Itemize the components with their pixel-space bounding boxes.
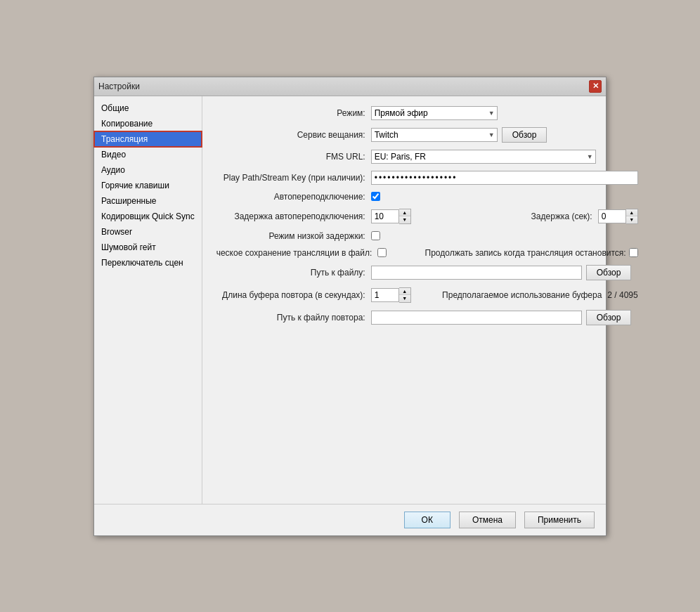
close-button[interactable]: ✕: [589, 80, 602, 93]
delay-buttons: ▲ ▼: [626, 209, 638, 224]
sidebar-item-general[interactable]: Общие: [94, 100, 202, 116]
sidebar-item-advanced[interactable]: Расширенные: [94, 193, 202, 209]
service-select-wrapper: Twitch YouTube Custom: [371, 128, 498, 142]
apply-button[interactable]: Применить: [524, 512, 595, 528]
sidebar-item-hotkeys[interactable]: Горячие клавиши: [94, 178, 202, 193]
save-recording-row: ческое сохранение трансляции в файл: Про…: [216, 248, 638, 258]
sidebar-item-noise-gate[interactable]: Шумовой гейт: [94, 240, 202, 255]
titlebar: Настройки ✕: [94, 77, 606, 96]
buffer-length-down[interactable]: ▼: [399, 295, 410, 302]
mode-select-wrapper: Прямой эфир Запись: [371, 106, 498, 120]
fms-row: FMS URL: EU: Paris, FR EU: Amsterdam US:…: [216, 150, 638, 164]
mode-select[interactable]: Прямой эфир Запись: [371, 106, 498, 120]
service-label: Сервис вещания:: [216, 130, 371, 140]
replay-path-input[interactable]: C:\Users \Videos\Replay-$T.flv: [371, 311, 582, 325]
reconnect-delay-spinner: ▲ ▼: [371, 209, 411, 224]
sidebar-item-video[interactable]: Видео: [94, 147, 202, 162]
settings-window: Настройки ✕ Общие Копирование Трансляция…: [93, 77, 607, 536]
delay-spinner: ▲ ▼: [598, 209, 638, 224]
sidebar-item-scene-switch[interactable]: Переключатель сцен: [94, 255, 202, 271]
browse-button-3[interactable]: Обзор: [586, 310, 632, 325]
reconnect-delay-buttons: ▲ ▼: [399, 209, 411, 224]
footer: ОК Отмена Применить: [94, 504, 606, 535]
stream-key-label: Play Path/Stream Key (при наличии):: [216, 173, 371, 183]
stream-key-input[interactable]: [371, 171, 638, 185]
fms-label: FMS URL:: [216, 152, 371, 162]
sidebar-item-broadcast[interactable]: Трансляция: [94, 131, 202, 147]
reconnect-delay-label: Задержка автопереподключения:: [216, 211, 371, 221]
window-title: Настройки: [98, 82, 140, 91]
fms-select-wrapper: EU: Paris, FR EU: Amsterdam US: New York: [371, 150, 596, 164]
content-area: Общие Копирование Трансляция Видео Аудио…: [94, 96, 606, 504]
mode-row: Режим: Прямой эфир Запись: [216, 106, 638, 120]
service-select[interactable]: Twitch YouTube Custom: [371, 128, 498, 142]
save-to-file-checkbox[interactable]: [377, 248, 387, 257]
mode-label: Режим:: [216, 108, 371, 118]
replay-path-row: Путь к файлу повтора: C:\Users \Videos\R…: [216, 310, 638, 325]
auto-reconnect-checkbox[interactable]: [371, 192, 380, 201]
delay-up[interactable]: ▲: [626, 209, 637, 216]
stream-key-row: Play Path/Stream Key (при наличии):: [216, 171, 638, 185]
buffer-usage-value: 2 / 4095: [607, 290, 637, 300]
buffer-usage-label: Предполагаемое использование буфера: [442, 290, 602, 300]
replay-path-label: Путь к файлу повтора:: [216, 313, 371, 323]
delay-label: Задержка (сек):: [514, 211, 598, 221]
sidebar-item-audio[interactable]: Аудио: [94, 162, 202, 178]
buffer-length-label: Длина буфера повтора (в секундах):: [216, 290, 371, 300]
buffer-length-up[interactable]: ▲: [399, 288, 410, 295]
buffer-length-spinner: ▲ ▼: [371, 287, 411, 303]
sidebar-item-copying[interactable]: Копирование: [94, 116, 202, 131]
low-latency-checkbox[interactable]: [371, 231, 380, 240]
continue-recording-checkbox[interactable]: [629, 248, 638, 257]
file-path-input[interactable]: C:\User \Videos\.flv: [371, 266, 582, 280]
reconnect-delay-up[interactable]: ▲: [399, 209, 410, 216]
cancel-button[interactable]: Отмена: [459, 512, 516, 528]
auto-reconnect-label: Автопереподключение:: [216, 192, 371, 202]
buffer-length-row: Длина буфера повтора (в секундах): ▲ ▼ П…: [216, 287, 638, 303]
file-path-label: Путь к файлу:: [216, 268, 371, 278]
reconnect-delay-row: Задержка автопереподключения: ▲ ▼ Задерж…: [216, 209, 638, 224]
sidebar-item-browser[interactable]: Browser: [94, 224, 202, 240]
delay-down[interactable]: ▼: [626, 216, 637, 223]
delay-input[interactable]: [598, 209, 626, 223]
buffer-length-buttons: ▲ ▼: [399, 287, 411, 303]
browse-button-2[interactable]: Обзор: [586, 265, 632, 280]
low-latency-row: Режим низкой задержки:: [216, 231, 638, 241]
continue-recording-label: Продолжать запись когда трансляция остан…: [425, 248, 626, 258]
sidebar-item-quicksync[interactable]: Кодировщик Quick Sync: [94, 209, 202, 224]
browse-button-1[interactable]: Обзор: [502, 127, 547, 143]
auto-reconnect-row: Автопереподключение:: [216, 192, 638, 202]
main-panel: Режим: Прямой эфир Запись Сервис вещания…: [202, 96, 652, 504]
reconnect-delay-input[interactable]: [371, 209, 399, 223]
ok-button[interactable]: ОК: [404, 512, 451, 528]
reconnect-delay-down[interactable]: ▼: [399, 216, 410, 223]
low-latency-label: Режим низкой задержки:: [216, 231, 371, 241]
file-path-row: Путь к файлу: C:\User \Videos\.flv Обзор: [216, 265, 638, 280]
service-row: Сервис вещания: Twitch YouTube Custom Об…: [216, 127, 638, 143]
buffer-length-input[interactable]: [371, 288, 399, 302]
save-to-file-label: ческое сохранение трансляции в файл:: [216, 248, 378, 258]
fms-select[interactable]: EU: Paris, FR EU: Amsterdam US: New York: [371, 150, 596, 164]
sidebar: Общие Копирование Трансляция Видео Аудио…: [94, 96, 202, 504]
